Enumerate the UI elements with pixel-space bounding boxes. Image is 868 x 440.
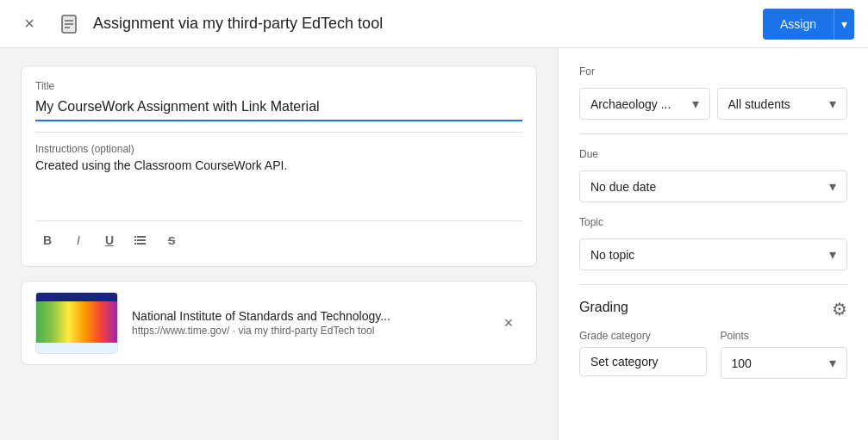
points-select[interactable]: 100 ▾ — [721, 347, 848, 379]
remove-link-button[interactable]: × — [495, 309, 522, 337]
strikethrough-button[interactable]: S — [159, 228, 184, 252]
students-value: All students — [728, 97, 827, 111]
svg-rect-5 — [134, 236, 136, 238]
for-label: For — [579, 65, 847, 77]
dropdown-arrow-icon: ▾ — [841, 17, 847, 31]
title-label: Title — [35, 80, 522, 92]
right-divider-1 — [579, 133, 847, 134]
left-panel: Title Instructions (optional) Created us… — [0, 48, 558, 440]
card-divider — [35, 132, 522, 133]
link-thumbnail — [35, 292, 118, 354]
points-label: Points — [721, 330, 848, 342]
instructions-label: Instructions (optional) — [35, 143, 522, 155]
students-select[interactable]: All students ▾ — [717, 88, 848, 120]
points-col: Points 100 ▾ — [721, 330, 848, 379]
link-attachment-card: National Institute of Standards and Tech… — [21, 281, 537, 365]
points-dropdown-icon: ▾ — [829, 355, 836, 371]
list-button[interactable] — [128, 228, 153, 252]
grade-category-label: Grade category — [579, 330, 707, 342]
right-divider-2 — [579, 284, 847, 285]
title-input[interactable] — [35, 96, 522, 121]
class-select[interactable]: Archaeology ... ▾ — [579, 88, 710, 120]
assignment-card: Title Instructions (optional) Created us… — [21, 65, 537, 267]
due-date-dropdown-icon: ▾ — [829, 178, 836, 195]
page-title: Assignment via my third-party EdTech too… — [93, 15, 752, 33]
topbar: × Assignment via my third-party EdTech t… — [0, 0, 868, 48]
assign-button[interactable]: Assign — [763, 9, 834, 40]
grading-row: Grade category Set category Points 100 ▾ — [579, 330, 847, 379]
grade-category-col: Grade category Set category — [579, 330, 707, 376]
due-date-value: No due date — [590, 180, 826, 194]
assign-button-group: Assign ▾ — [763, 9, 854, 40]
topic-label: Topic — [579, 216, 847, 228]
assign-dropdown-button[interactable]: ▾ — [834, 9, 854, 40]
students-dropdown-icon: ▾ — [829, 96, 836, 112]
close-icon: × — [24, 14, 34, 34]
svg-rect-7 — [134, 239, 136, 241]
for-row: Archaeology ... ▾ All students ▾ — [579, 88, 847, 120]
thumbnail-bottom — [36, 343, 117, 353]
right-panel: For Archaeology ... ▾ All students ▾ Due… — [558, 48, 868, 440]
svg-rect-6 — [137, 236, 146, 238]
thumbnail-map — [36, 301, 117, 343]
italic-button[interactable]: I — [66, 228, 91, 252]
due-label: Due — [579, 148, 847, 160]
link-url: https://www.time.gov/ · via my third-par… — [132, 325, 481, 337]
topic-dropdown-icon: ▾ — [829, 246, 836, 263]
underline-button[interactable]: U — [97, 228, 122, 252]
class-dropdown-icon: ▾ — [692, 96, 699, 112]
gear-icon[interactable]: ⚙ — [832, 299, 847, 319]
doc-icon — [55, 10, 83, 38]
class-value: Archaeology ... — [590, 97, 689, 111]
grading-header: Grading ⚙ — [579, 299, 847, 319]
topic-select[interactable]: No topic ▾ — [579, 239, 847, 270]
thumbnail-top-bar — [36, 293, 117, 301]
bold-button[interactable]: B — [35, 228, 59, 252]
close-button[interactable]: × — [14, 9, 45, 40]
set-category-button[interactable]: Set category — [579, 347, 707, 376]
link-info: National Institute of Standards and Tech… — [132, 309, 481, 337]
grading-title: Grading — [579, 300, 628, 315]
svg-rect-9 — [134, 243, 136, 245]
text-toolbar: B I U S — [35, 220, 522, 252]
svg-rect-10 — [137, 243, 146, 245]
topic-value: No topic — [590, 248, 826, 262]
due-date-select[interactable]: No due date ▾ — [579, 170, 847, 202]
main-layout: Title Instructions (optional) Created us… — [0, 48, 868, 440]
points-value: 100 — [732, 356, 827, 370]
instructions-text[interactable]: Created using the Classroom CourseWork A… — [35, 158, 522, 210]
link-title: National Institute of Standards and Tech… — [132, 309, 481, 323]
svg-rect-8 — [137, 239, 146, 241]
